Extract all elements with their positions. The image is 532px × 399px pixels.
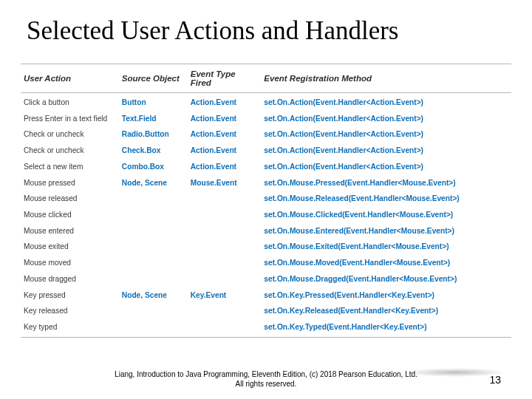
table-row: Key typedset.On.Key.Typed(Event.Handler<… [21, 319, 511, 337]
table-row: Click a buttonButtonAction.Eventset.On.A… [21, 93, 511, 111]
cell-source-object [119, 255, 188, 271]
cell-user-action: Check or uncheck [21, 143, 119, 159]
cell-user-action: Click a button [21, 93, 119, 111]
cell-event-type: Action.Event [188, 93, 262, 111]
cell-registration-method: set.On.Mouse.Entered(Event.Handler<Mouse… [261, 223, 511, 239]
cell-event-type [188, 207, 262, 223]
cell-registration-method: set.On.Action(Event.Handler<Action.Event… [261, 126, 511, 143]
cell-source-object [119, 239, 188, 255]
cell-user-action: Mouse pressed [21, 175, 119, 191]
page-number: 13 [489, 374, 501, 386]
cell-registration-method: set.On.Key.Pressed(Event.Handler<Key.Eve… [261, 287, 511, 304]
events-table: User Action Source Object Event Type Fir… [21, 64, 511, 337]
table-row: Mouse movedset.On.Mouse.Moved(Event.Hand… [21, 255, 511, 271]
cell-user-action: Mouse moved [21, 255, 119, 271]
cell-registration-method: set.On.Key.Typed(Event.Handler<Key.Event… [261, 319, 511, 337]
col-registration: Event Registration Method [261, 64, 511, 93]
table-row: Check or uncheckRadio.ButtonAction.Event… [21, 126, 511, 143]
cell-registration-method: set.On.Action(Event.Handler<Action.Event… [261, 143, 511, 159]
cell-event-type: Mouse.Event [188, 175, 262, 191]
table-row: Mouse clickedset.On.Mouse.Clicked(Event.… [21, 207, 511, 223]
footer-line-1: Liang, Introduction to Java Programming,… [0, 370, 532, 380]
events-table-wrap: User Action Source Object Event Type Fir… [21, 64, 511, 338]
cell-event-type [188, 303, 262, 319]
page-title: Selected User Actions and Handlers [27, 16, 511, 46]
table-row: Check or uncheckCheck.BoxAction.Eventset… [21, 143, 511, 159]
table-row: Press Enter in a text fieldText.FieldAct… [21, 111, 511, 127]
slide: Selected User Actions and Handlers User … [0, 0, 532, 399]
cell-source-object: Check.Box [119, 143, 188, 159]
table-row: Mouse enteredset.On.Mouse.Entered(Event.… [21, 223, 511, 239]
table-row: Select a new itemCombo.BoxAction.Eventse… [21, 159, 511, 175]
cell-source-object: Radio.Button [119, 126, 188, 143]
cell-user-action: Mouse exited [21, 239, 119, 255]
cell-event-type [188, 319, 262, 337]
cell-source-object [119, 271, 188, 287]
table-row: Key releasedset.On.Key.Released(Event.Ha… [21, 303, 511, 319]
cell-event-type [188, 255, 262, 271]
cell-registration-method: set.On.Mouse.Clicked(Event.Handler<Mouse… [261, 207, 511, 223]
cell-event-type: Action.Event [188, 126, 262, 143]
cell-user-action: Mouse entered [21, 223, 119, 239]
footer-line-2: All rights reserved. [0, 380, 532, 389]
cell-source-object [119, 319, 188, 337]
cell-event-type [188, 191, 262, 207]
cell-event-type [188, 239, 262, 255]
cell-source-object: Combo.Box [119, 159, 188, 175]
cell-event-type: Action.Event [188, 111, 262, 127]
cell-event-type: Action.Event [188, 143, 262, 159]
table-row: Mouse draggedset.On.Mouse.Dragged(Event.… [21, 271, 511, 287]
table-row: Mouse releasedset.On.Mouse.Released(Even… [21, 191, 511, 207]
cell-event-type [188, 223, 262, 239]
footer: Liang, Introduction to Java Programming,… [0, 370, 532, 389]
cell-event-type [188, 271, 262, 287]
cell-registration-method: set.On.Mouse.Released(Event.Handler<Mous… [261, 191, 511, 207]
cell-source-object: Node, Scene [119, 175, 188, 191]
cell-registration-method: set.On.Mouse.Pressed(Event.Handler<Mouse… [261, 175, 511, 191]
cell-user-action: Key typed [21, 319, 119, 337]
cell-registration-method: set.On.Action(Event.Handler<Action.Event… [261, 159, 511, 175]
cell-user-action: Check or uncheck [21, 126, 119, 143]
col-user-action: User Action [21, 64, 119, 93]
cell-user-action: Mouse clicked [21, 207, 119, 223]
cell-user-action: Key pressed [21, 287, 119, 304]
cell-source-object [119, 303, 188, 319]
cell-source-object: Node, Scene [119, 287, 188, 304]
cell-user-action: Key released [21, 303, 119, 319]
cell-event-type: Action.Event [188, 159, 262, 175]
cell-user-action: Mouse dragged [21, 271, 119, 287]
cell-registration-method: set.On.Action(Event.Handler<Action.Event… [261, 93, 511, 111]
table-row: Key pressedNode, SceneKey.Eventset.On.Ke… [21, 287, 511, 304]
cell-user-action: Press Enter in a text field [21, 111, 119, 127]
cell-source-object: Button [119, 93, 188, 111]
cell-registration-method: set.On.Action(Event.Handler<Action.Event… [261, 111, 511, 127]
col-event-type: Event Type Fired [188, 64, 262, 93]
cell-registration-method: set.On.Mouse.Dragged(Event.Handler<Mouse… [261, 271, 511, 287]
table-row: Mouse exitedset.On.Mouse.Exited(Event.Ha… [21, 239, 511, 255]
table-row: Mouse pressedNode, SceneMouse.Eventset.O… [21, 175, 511, 191]
cell-registration-method: set.On.Key.Released(Event.Handler<Key.Ev… [261, 303, 511, 319]
col-source-object: Source Object [119, 64, 188, 93]
cell-registration-method: set.On.Mouse.Exited(Event.Handler<Mouse.… [261, 239, 511, 255]
cell-user-action: Mouse released [21, 191, 119, 207]
table-header-row: User Action Source Object Event Type Fir… [21, 64, 511, 93]
cell-source-object [119, 207, 188, 223]
cell-registration-method: set.On.Mouse.Moved(Event.Handler<Mouse.E… [261, 255, 511, 271]
cell-event-type: Key.Event [188, 287, 262, 304]
cell-source-object [119, 223, 188, 239]
cell-source-object [119, 191, 188, 207]
cell-user-action: Select a new item [21, 159, 119, 175]
cell-source-object: Text.Field [119, 111, 188, 127]
